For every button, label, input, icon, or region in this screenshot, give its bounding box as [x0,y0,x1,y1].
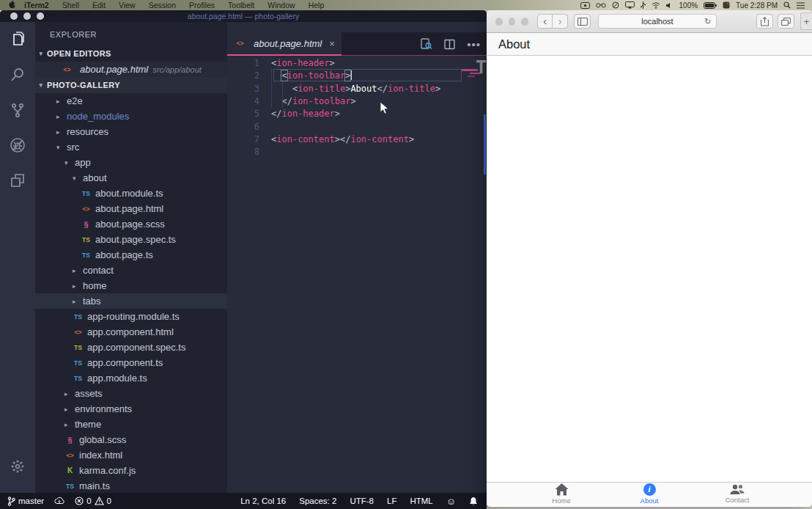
more-actions-icon[interactable]: ••• [467,38,481,51]
tree-item-e2e[interactable]: ▸e2e [35,93,227,109]
tree-item-tabs[interactable]: ▸tabs [35,293,227,309]
tree-item-app[interactable]: ▾app [35,155,227,170]
close-window-button[interactable] [495,18,503,26]
open-preview-icon[interactable] [421,38,432,50]
code-editor[interactable]: 1<ion-header>2 <ion-toolbar>3 <ion-title… [227,56,487,493]
usb-icon[interactable] [641,1,646,9]
notifications-bell-icon[interactable] [462,497,487,506]
extensions-icon[interactable] [0,163,35,198]
status-spaces-2[interactable]: Spaces: 2 [292,497,343,505]
wifi-icon[interactable] [652,2,660,9]
feedback-smiley-icon[interactable]: ☺ [440,496,462,507]
menu-help[interactable]: Help [302,1,331,10]
code-line-7[interactable]: <ion-content></ion-content> [271,133,414,146]
search-icon[interactable] [0,57,35,92]
menu-clock[interactable]: Tue 2:28 PM [736,1,778,10]
tree-item-about[interactable]: ▾about [35,170,227,186]
apple-menu-icon[interactable] [6,0,18,10]
warning-count: 0 [107,497,111,505]
status-html[interactable]: HTML [403,497,439,505]
reload-icon[interactable]: ↻ [704,17,711,26]
forward-button[interactable]: › [553,14,568,29]
tree-item-label: global.scss [79,434,126,445]
code-line-3[interactable]: <ion-title>About</ion-title> [271,83,440,95]
zoom-window-button[interactable] [521,18,528,26]
status-lf[interactable]: LF [380,497,403,505]
status-utf-8[interactable]: UTF-8 [343,497,380,505]
code-line-2[interactable]: <ion-toolbar> [271,70,352,82]
tree-item-about.page.scss[interactable]: §about.page.scss [35,216,227,232]
airplay-display-icon[interactable] [625,1,635,9]
tree-item-app.module.ts[interactable]: TSapp.module.ts [35,370,227,386]
new-tab-button[interactable]: + [800,12,812,30]
tree-item-home[interactable]: ▸home [35,278,227,293]
tree-item-label: app.module.ts [87,373,147,384]
sidebar-toggle-icon[interactable] [574,14,591,29]
ion-tab-about[interactable]: iAbout [616,483,682,505]
sync-changes-button[interactable] [49,493,70,509]
tree-item-theme[interactable]: ▸theme [35,417,227,432]
git-branch-indicator[interactable]: master [0,493,49,509]
tree-item-app.component.spec.ts[interactable]: TSapp.component.spec.ts [35,340,227,355]
tree-item-node_modules[interactable]: ▸node_modules [35,109,227,124]
ion-tab-contact[interactable]: Contact [704,483,770,505]
menu-view[interactable]: View [112,1,142,10]
minimize-window-button[interactable] [509,18,516,26]
debug-icon[interactable] [0,128,35,163]
tree-item-app.component.ts[interactable]: TSapp.component.ts [35,355,227,370]
battery-icon[interactable] [704,2,717,9]
code-line-5[interactable]: </ion-header> [271,108,340,120]
problems-indicator[interactable]: 0 0 [70,493,117,509]
split-editor-icon[interactable] [444,39,455,50]
do-not-disturb-icon[interactable] [612,1,619,9]
back-button[interactable]: ‹ [537,14,553,29]
input-source-icon[interactable] [723,1,730,9]
ts-spec-file-icon: TS [81,236,92,243]
tree-item-app-routing.module.ts[interactable]: TSapp-routing.module.ts [35,309,227,324]
open-editors-section[interactable]: ▾ OPEN EDITORS [35,45,227,62]
tree-item-label: app.component.spec.ts [87,342,185,353]
tree-item-index.html[interactable]: <>index.html [35,447,227,463]
menu-shell[interactable]: Shell [56,1,86,10]
tree-item-about.page.html[interactable]: <>about.page.html [35,201,227,216]
spotlight-icon[interactable] [783,1,791,9]
tab-about-page-html[interactable]: <> about.page.html × [227,32,342,56]
tree-item-global.scss[interactable]: §global.scss [35,432,227,447]
glasses-icon[interactable] [596,2,606,8]
chevron-right-icon: ▸ [64,421,73,428]
code-line-1[interactable]: <ion-header> [271,57,335,70]
screen-record-icon[interactable] [580,2,590,9]
menu-toolbelt[interactable]: Toolbelt [221,1,261,10]
menu-window[interactable]: Window [261,1,301,10]
menu-session[interactable]: Session [142,1,182,10]
share-icon[interactable] [756,14,773,29]
vscode-title-bar[interactable]: about.page.html — photo-gallery [0,10,487,22]
tree-item-main.ts[interactable]: TSmain.ts [35,478,227,493]
tree-item-environments[interactable]: ▸environments [35,401,227,417]
tree-item-src[interactable]: ▾src [35,139,227,155]
gear-icon[interactable] [0,449,35,484]
menu-iterm2[interactable]: iTerm2 [18,1,56,10]
tree-item-resources[interactable]: ▸resources [35,124,227,139]
tree-item-contact[interactable]: ▸contact [35,263,227,278]
open-editor-item[interactable]: <> about.page.html src/app/about [35,62,227,77]
tree-item-karma.conf.js[interactable]: Kkarma.conf.js [35,463,227,478]
explorer-icon[interactable] [0,22,35,57]
code-line-4[interactable]: </ion-toolbar> [271,95,356,108]
ion-tab-home[interactable]: Home [528,483,594,505]
project-section[interactable]: ▾ PHOTO-GALLERY [35,77,227,93]
menu-profiles[interactable]: Profiles [182,1,221,10]
tree-item-assets[interactable]: ▸assets [35,386,227,401]
status-ln-2-col-16[interactable]: Ln 2, Col 16 [234,497,292,505]
address-bar[interactable]: localhost ↻ [598,14,716,29]
volume-icon[interactable] [666,2,673,9]
tree-item-app.component.html[interactable]: <>app.component.html [35,324,227,340]
source-control-icon[interactable] [0,92,35,128]
tree-item-about.page.ts[interactable]: TSabout.page.ts [35,247,227,263]
menu-edit[interactable]: Edit [86,1,112,10]
tab-overview-icon[interactable] [778,14,794,29]
tree-item-about.page.spec.ts[interactable]: TSabout.page.spec.ts [35,232,227,247]
notification-center-icon[interactable] [797,2,805,9]
tree-item-about.module.ts[interactable]: TSabout.module.ts [35,186,227,201]
close-icon[interactable]: × [329,38,335,49]
